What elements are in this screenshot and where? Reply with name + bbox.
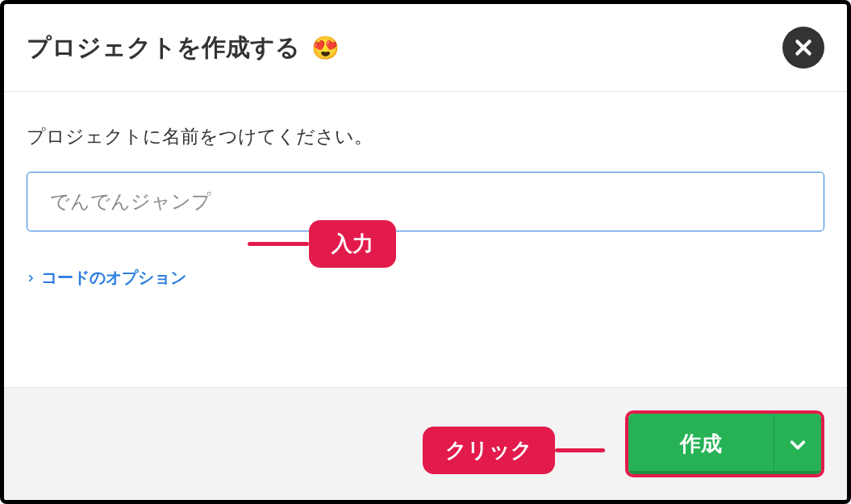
heart-eyes-emoji-icon: 😍: [311, 35, 340, 61]
modal-body: プロジェクトに名前をつけてください。 コードのオプション: [4, 92, 847, 387]
modal-footer: クリック 作成: [4, 387, 847, 500]
chevron-down-icon: [789, 435, 807, 453]
modal-title-wrap: プロジェクトを作成する 😍: [27, 31, 340, 65]
code-options-text: コードのオプション: [41, 267, 186, 289]
annotation-click-label: クリック: [423, 427, 555, 474]
annotation-input-label: 入力: [309, 220, 396, 268]
modal-title: プロジェクトを作成する: [27, 31, 300, 65]
annotation-line: [555, 448, 605, 452]
code-options-link[interactable]: コードのオプション: [27, 267, 186, 289]
input-wrap: [27, 172, 824, 231]
close-icon: [793, 37, 814, 58]
project-name-input[interactable]: [27, 172, 824, 231]
annotation-click: クリック: [423, 427, 605, 474]
modal-header: プロジェクトを作成する 😍: [4, 4, 847, 92]
annotation-input: 入力: [248, 220, 396, 268]
close-button[interactable]: [782, 27, 824, 69]
project-name-label: プロジェクトに名前をつけてください。: [27, 124, 824, 149]
create-project-modal: プロジェクトを作成する 😍 プロジェクトに名前をつけてください。 コードのオプシ…: [0, 0, 851, 504]
create-button[interactable]: 作成: [628, 414, 774, 474]
create-dropdown-button[interactable]: [774, 414, 821, 474]
chevron-right-icon: [27, 274, 35, 282]
create-button-group: 作成: [625, 410, 824, 477]
annotation-line: [248, 242, 309, 246]
